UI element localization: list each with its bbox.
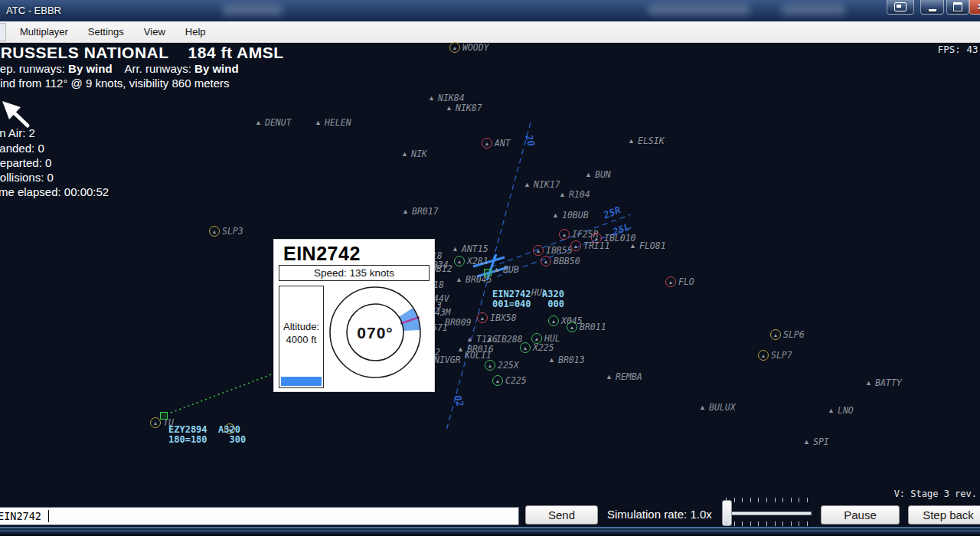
beacon-circle-icon: ▲ [770, 329, 781, 340]
display-toggle-button[interactable] [887, 0, 914, 15]
waypoint-label: IBX58 [490, 312, 517, 323]
waypoint-label: BR013 [558, 355, 585, 365]
slider-tick [807, 521, 808, 526]
slider-tick [750, 498, 751, 502]
beacon-circle-icon: ▲ [209, 226, 220, 237]
label-fragment: BR009 [445, 317, 472, 328]
beacon-circle-icon: ▲ [477, 312, 488, 323]
beacon-circle-icon: ▲ [548, 315, 559, 326]
slider-tick [766, 498, 767, 502]
stat-line: Departed: 0 [0, 156, 51, 169]
waypoint-label: NIK84 [438, 93, 465, 103]
fix-triangle-icon: ▲ [254, 119, 263, 126]
fix-triangle-icon: ▲ [802, 439, 811, 446]
waypoint-tri11: ▲TRI11 [570, 240, 610, 251]
heading-dial[interactable]: 070° [322, 279, 429, 386]
slider-tick [799, 498, 799, 502]
glass-reflection [781, 5, 846, 15]
step-back-button[interactable]: Step back [908, 505, 980, 525]
waypoint-nik17: ▲NIK17 [523, 179, 560, 190]
aircraft-info-popup: EIN2742 Speed: 135 knots Altitude:4000 f… [273, 239, 435, 392]
minimize-button[interactable] [920, 0, 944, 15]
glass-reflection [222, 5, 283, 15]
fix-triangle-icon: ▲ [492, 266, 501, 273]
waypoint-label: BR011 [580, 322, 606, 332]
waypoint-x281: ▲X281 [454, 256, 488, 266]
send-button[interactable]: Send [525, 505, 598, 525]
beacon-circle-icon: ▲ [449, 42, 460, 53]
waypoint-lno: ▲LNO [827, 405, 854, 416]
waypoint-225x: ▲225X [485, 360, 519, 371]
altitude-selector[interactable]: Altitude:4000 ft [279, 286, 324, 388]
airport-title: BRUSSELS NATIONAL 184 ft AMSL [0, 44, 283, 62]
pause-button[interactable]: Pause [821, 505, 900, 525]
stat-line: Time elapsed: 00:00:52 [0, 185, 109, 198]
beacon-circle-icon: ▲ [150, 417, 161, 428]
slider-tick [791, 498, 792, 502]
waypoint-woody: ▲WOODY [449, 42, 489, 53]
fix-triangle-icon: ▲ [551, 212, 560, 219]
beacon-circle-icon: ▲ [541, 256, 551, 266]
waypoint-label: X281 [467, 256, 488, 266]
fix-triangle-icon: ▲ [629, 243, 637, 250]
menu-item-view[interactable]: View [144, 23, 165, 41]
command-input-value: EIN2742 [0, 510, 41, 522]
beacon-circle-icon: ▲ [454, 256, 465, 266]
waypoint-slp7: ▲SLP7 [758, 350, 792, 361]
waypoint-x225: ▲X225 [520, 342, 554, 353]
waypoint-ibx58: ▲IBX58 [477, 312, 517, 323]
slider-tick [758, 498, 759, 502]
waypoint-label: NIK87 [456, 103, 482, 113]
waypoint-bbb50: ▲BBB50 [541, 256, 580, 266]
slider-tick [734, 498, 735, 502]
sim-rate-slider-track[interactable] [727, 511, 812, 515]
altitude-text: Altitude:4000 ft [279, 320, 323, 346]
waypoint-label: BBB50 [554, 256, 580, 266]
fix-triangle-icon: ▲ [445, 105, 453, 112]
fix-triangle-icon: ▲ [627, 138, 635, 145]
slider-tick [782, 521, 783, 526]
waypoint-10bub: ▲10BUB [551, 210, 589, 221]
datablock-ein2742[interactable]: EIN2742 A320 001=040 000 [492, 289, 564, 309]
waypoint-denut: ▲DENUT [254, 117, 292, 128]
stat-line: Collisions: 0 [0, 171, 54, 184]
waypoint-br013: ▲BR013 [547, 355, 585, 365]
waypoint-label: BULUX [709, 402, 736, 413]
slider-tick [775, 521, 776, 526]
waypoint-label: SLP7 [771, 350, 792, 361]
waypoint-label: C225 [505, 375, 527, 386]
close-button[interactable]: ✕ [969, 0, 980, 15]
aircraft-symbol-ein2742[interactable] [484, 269, 492, 276]
radar-display[interactable]: BRUSSELS NATIONAL 184 ft AMSL Dep. runwa… [0, 42, 980, 527]
clipped-menu-item[interactable] [0, 23, 6, 41]
menu-item-multiplayer[interactable]: Multiplayer [20, 23, 68, 41]
waypoint-label: R104 [569, 189, 590, 200]
waypoint-label: ANT15 [462, 243, 488, 254]
waypoint-label: FLO81 [639, 240, 666, 251]
beacon-circle-icon: ▲ [559, 229, 570, 240]
fix-triangle-icon: ▲ [401, 208, 410, 215]
waypoint-bun: ▲BUN [584, 169, 611, 180]
waypoint-label: SLP3 [222, 226, 243, 237]
altitude-value: 4000 ft [286, 334, 317, 345]
aircraft-track-vector [171, 374, 273, 413]
waypoint-flo: ▲FLO [665, 276, 694, 287]
dep-runways-value: By wind [68, 62, 113, 75]
menu-item-settings[interactable]: Settings [88, 23, 124, 41]
maximize-button[interactable] [946, 0, 969, 15]
maximize-icon [953, 2, 962, 11]
waypoint-label: IBR55 [546, 245, 573, 256]
fix-triangle-icon: ▲ [455, 276, 463, 283]
aircraft-symbol-ezy2894[interactable] [160, 412, 168, 420]
waypoint-label: ANT [495, 138, 511, 149]
menu-item-help[interactable]: Help [185, 23, 206, 41]
waypoint-label: X225 [533, 342, 554, 353]
command-input[interactable]: EIN2742 [0, 507, 519, 525]
waypoint-label: HELEN [325, 117, 351, 128]
fix-triangle-icon: ▲ [584, 172, 593, 178]
datablock-ezy2894[interactable]: EZY2894 A320 180=180 300 [168, 425, 246, 445]
beacon-circle-icon: ▲ [533, 245, 544, 256]
fix-triangle-icon: ▲ [605, 374, 613, 381]
waypoint-label: TRI11 [583, 240, 610, 251]
slider-tick [758, 521, 759, 526]
